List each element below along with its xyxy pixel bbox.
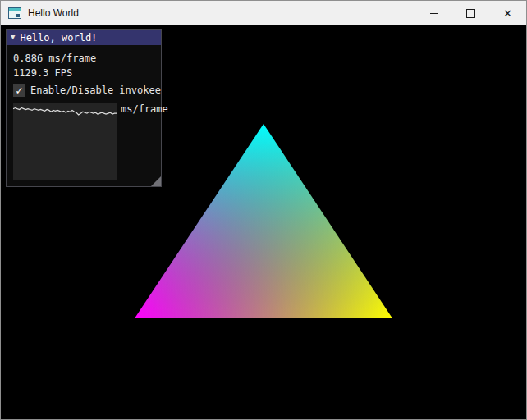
invokee-checkbox[interactable]: ✓ [13,84,25,97]
fps-text: 1129.3 FPS [13,66,154,80]
imgui-body: 0.886 ms/frame 1129.3 FPS ✓ Enable/Disab… [7,45,161,186]
minimize-icon [430,13,438,14]
check-icon: ✓ [16,84,22,96]
app-icon-dot [16,14,20,17]
app-window: Hello World ✕ [0,0,527,420]
plot-row: ms/frame [13,103,154,180]
app-icon[interactable] [8,7,21,19]
plot-line-svg [13,103,117,180]
resize-grip[interactable] [151,176,161,186]
window-titlebar[interactable]: Hello World ✕ [1,1,526,25]
collapse-arrow-icon[interactable]: ▼ [11,34,15,41]
triangle-layer-right [135,124,392,318]
frame-time-plot [13,103,117,180]
maximize-button[interactable] [452,1,489,25]
close-icon: ✕ [503,8,512,19]
invokee-checkbox-label: Enable/Disable invokee [30,84,161,96]
plot-label: ms/frame [121,103,168,115]
plot-line [13,108,117,115]
invokee-checkbox-row[interactable]: ✓ Enable/Disable invokee [13,83,154,98]
render-viewport: ▼ Hello, world! 0.886 ms/frame 1129.3 FP… [1,25,526,419]
imgui-titlebar[interactable]: ▼ Hello, world! [7,30,161,45]
ms-per-frame-text: 0.886 ms/frame [13,51,154,66]
window-title: Hello World [28,7,79,19]
maximize-icon [466,9,475,18]
close-button[interactable]: ✕ [489,1,526,25]
minimize-button[interactable] [415,1,452,25]
app-icon-top [9,8,21,11]
imgui-title: Hello, world! [20,32,97,43]
imgui-window: ▼ Hello, world! 0.886 ms/frame 1129.3 FP… [6,29,162,187]
